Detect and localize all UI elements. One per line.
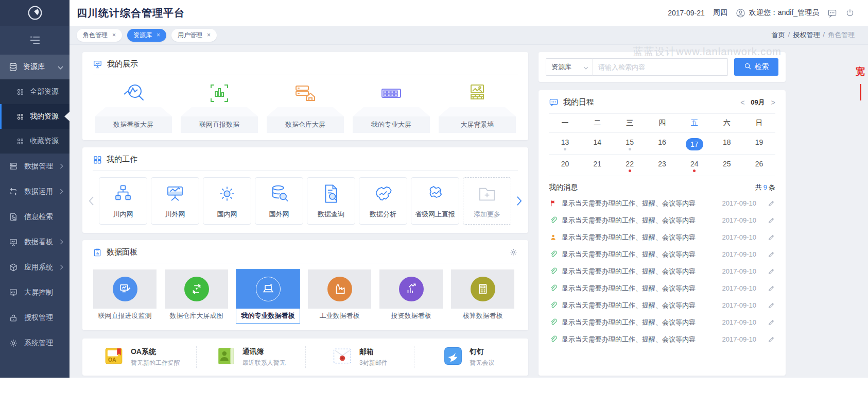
quick-link-mailbox[interactable]: 邮箱 3封新邮件 <box>306 346 415 368</box>
carousel-prev-button[interactable] <box>88 196 95 206</box>
tab-user-management[interactable]: 用户管理 × <box>171 29 217 42</box>
close-icon[interactable]: × <box>157 31 160 39</box>
calendar-day[interactable]: 13 <box>549 133 581 154</box>
work-tile-add-more[interactable]: 添加更多 <box>463 177 511 225</box>
edit-pencil-icon[interactable] <box>761 233 775 241</box>
work-tile-guowaiwang[interactable]: 国外网 <box>255 177 303 225</box>
calculator-icon <box>471 277 495 301</box>
edit-pencil-icon[interactable] <box>761 216 775 224</box>
message-row[interactable]: 显示当天需要办理的工作、提醒、会议等内容 2017-09-10 <box>549 280 775 297</box>
display-item-warehouse-screen[interactable]: 数据仓库大屏 <box>267 79 344 133</box>
edit-pencil-icon[interactable] <box>761 335 775 343</box>
display-item-my-professional-screen[interactable]: 我的专业大屏 <box>353 79 430 133</box>
sidebar-item-big-screen-control[interactable]: 大屏控制 <box>0 280 70 305</box>
calendar-day[interactable]: 19 <box>743 133 775 154</box>
quick-link-contacts[interactable]: 通讯簿 最近联系人暂无 <box>197 346 306 368</box>
quick-link-oa-system[interactable]: OA OA系统 暂无新的工作提醒 <box>88 346 197 368</box>
message-row[interactable]: 显示当天需要办理的工作、提醒、会议等内容 2017-09-10 <box>549 246 775 263</box>
edit-pencil-icon[interactable] <box>761 318 775 326</box>
calendar-day[interactable]: 18 <box>710 133 743 154</box>
display-item-databoard-screen[interactable]: 数据看板大屏 <box>95 79 172 133</box>
calendar-day[interactable]: 15 <box>614 133 646 154</box>
search-category-select[interactable]: 资源库 <box>546 58 593 76</box>
watermark: 蓝蓝设计www.lanlanwork.com <box>633 45 782 59</box>
edit-pencil-icon[interactable] <box>761 199 775 207</box>
right-column: 资源库 检索 <box>539 52 786 376</box>
message-date: 2017-09-10 <box>722 284 757 292</box>
panel-tile-warehouse-mapping[interactable]: 数据仓库大屏成图 <box>164 269 229 324</box>
message-row[interactable]: 显示当天需要办理的工作、提醒、会议等内容 2017-09-10 <box>549 297 775 314</box>
panel-tile-my-professional-databoard[interactable]: 我的专业数据看板 <box>236 269 300 324</box>
power-icon[interactable] <box>845 8 855 18</box>
search-button[interactable]: 检索 <box>734 58 778 76</box>
message-row[interactable]: 显示当天需要办理的工作、提醒、会议等内容 2017-09-10 <box>549 195 775 212</box>
message-row[interactable]: 显示当天需要办理的工作、提醒、会议等内容 2017-09-10 <box>549 314 775 331</box>
tab-resource-library[interactable]: 资源库 × <box>127 29 166 42</box>
panel-tile-online-report-monitor[interactable]: 联网直报进度监测 <box>93 269 157 324</box>
work-tile-chuanwaiwang[interactable]: 川外网 <box>151 177 199 225</box>
message-row[interactable]: 显示当天需要办理的工作、提醒、会议等内容 2017-09-10 <box>549 331 775 348</box>
edit-pencil-icon[interactable] <box>761 267 775 275</box>
breadcrumb-section[interactable]: 授权管理 <box>793 30 820 40</box>
tab-role-management[interactable]: 角色管理 × <box>77 29 122 42</box>
calendar-day[interactable]: 25 <box>710 155 743 176</box>
quick-link-dingtalk[interactable]: 钉钉 暂无会议 <box>414 346 523 368</box>
sidebar-item-info-search[interactable]: 信息检索 <box>0 204 70 229</box>
panel-tile-accounting-databoard[interactable]: 核算数据看板 <box>450 269 515 324</box>
panel-tile-investment-databoard[interactable]: 投资数据看板 <box>379 269 443 324</box>
edit-pencil-icon[interactable] <box>761 284 775 292</box>
work-tile-data-analysis[interactable]: 数据分析 <box>359 177 407 225</box>
carousel-next-button[interactable] <box>515 196 523 206</box>
event-dot <box>629 148 631 150</box>
sidebar-item-authorization[interactable]: 授权管理 <box>0 305 70 330</box>
collapse-menu-button[interactable] <box>0 26 70 55</box>
calendar-day-selected[interactable]: 17 <box>678 133 710 154</box>
message-bubble-icon[interactable] <box>827 8 837 18</box>
sidebar-item-favorite-resources[interactable]: 收藏资源 <box>0 129 70 154</box>
sidebar-item-data-management[interactable]: 数据管理 <box>0 154 70 179</box>
work-tile-chuanneiwang[interactable]: 川内网 <box>99 177 147 225</box>
calendar-day[interactable]: 22 <box>614 155 646 176</box>
display-item-online-report-data[interactable]: 联网直报数据 <box>181 79 258 133</box>
message-row[interactable]: 显示当天需要办理的工作、提醒、会议等内容 2017-09-10 <box>549 212 775 229</box>
edit-pencil-icon[interactable] <box>761 250 775 258</box>
work-tile-provincial-report[interactable]: 省级网上直报 <box>411 177 459 225</box>
message-row[interactable]: 显示当天需要办理的工作、提醒、会议等内容 2017-09-10 <box>549 263 775 280</box>
calendar-day[interactable]: 26 <box>743 155 775 176</box>
close-icon[interactable]: × <box>207 31 211 39</box>
calendar-prev-button[interactable]: < <box>740 98 744 107</box>
display-item-label: 数据看板大屏 <box>95 116 172 133</box>
schedule-card: 我的日程 < 09月 > 一 二 三 <box>539 90 786 376</box>
edit-pencil-icon[interactable] <box>761 301 775 309</box>
display-item-background-wall[interactable]: 大屏背景墙 <box>439 79 516 133</box>
calendar-weekday-row: 一 二 三 四 五 六 日 <box>549 114 775 133</box>
calendar-day[interactable]: 14 <box>581 133 614 154</box>
panel-settings-gear-icon[interactable] <box>509 248 518 257</box>
message-text: 显示当天需要办理的工作、提醒、会议等内容 <box>562 301 718 310</box>
chat-bubble-icon <box>549 97 559 107</box>
calendar-day[interactable]: 20 <box>549 155 581 176</box>
calendar-day[interactable]: 23 <box>646 155 679 176</box>
panel-tile-industrial-databoard[interactable]: 工业数据看板 <box>307 269 372 324</box>
sidebar-item-application-system[interactable]: 应用系统 <box>0 255 70 280</box>
work-tile-guoneiwang[interactable]: 国内网 <box>203 177 251 225</box>
calendar-day[interactable]: 24 <box>678 155 710 176</box>
database-search-icon <box>268 183 290 206</box>
calendar-day[interactable]: 21 <box>581 155 614 176</box>
sidebar-item-data-board[interactable]: 数据看板 <box>0 229 70 255</box>
sidebar-item-system-management[interactable]: 系统管理 <box>0 330 70 356</box>
message-text: 显示当天需要办理的工作、提醒、会议等内容 <box>562 267 718 276</box>
sidebar-item-all-resources[interactable]: 全部资源 <box>0 79 70 104</box>
sidebar-group-resource-library[interactable]: 资源库 <box>0 55 70 79</box>
search-icon <box>744 62 752 72</box>
calendar-day[interactable]: 16 <box>646 133 679 154</box>
search-input[interactable] <box>593 58 728 76</box>
sidebar-item-my-resources[interactable]: 我的资源 <box>0 104 70 129</box>
close-icon[interactable]: × <box>112 31 116 39</box>
breadcrumb-home[interactable]: 首页 <box>772 30 785 40</box>
calendar-next-button[interactable]: > <box>771 98 775 107</box>
logo <box>0 0 70 26</box>
sidebar-item-data-application[interactable]: 数据运用 <box>0 179 70 204</box>
work-tile-data-query[interactable]: 数据查询 <box>307 177 355 225</box>
message-row[interactable]: 显示当天需要办理的工作、提醒、会议等内容 2017-09-10 <box>549 229 775 246</box>
